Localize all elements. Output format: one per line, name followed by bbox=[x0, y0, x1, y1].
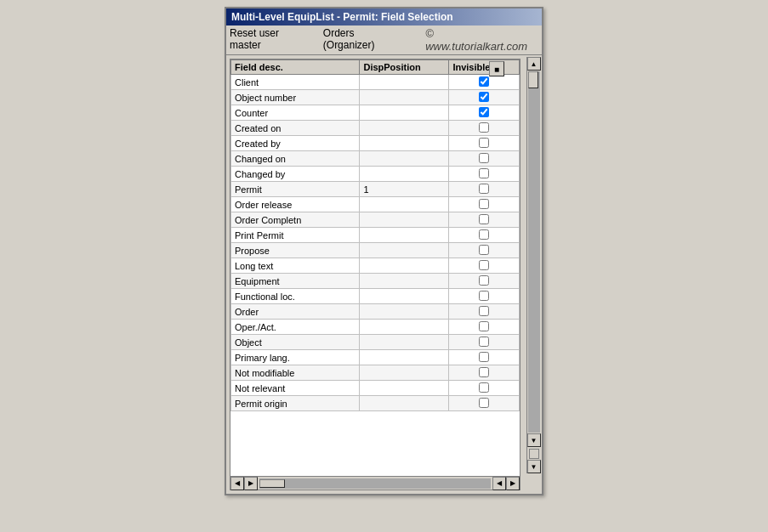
invisible-checkbox[interactable] bbox=[479, 76, 489, 87]
disp-position-cell bbox=[360, 365, 449, 381]
table-row: Object number bbox=[231, 90, 520, 105]
h-scroll-thumb[interactable] bbox=[259, 479, 285, 488]
disp-position-cell bbox=[360, 75, 449, 90]
disp-position-cell bbox=[360, 396, 449, 411]
invisible-checkbox[interactable] bbox=[479, 92, 489, 102]
invisible-cell bbox=[449, 396, 520, 411]
invisible-checkbox[interactable] bbox=[479, 321, 489, 331]
disp-position-cell bbox=[360, 151, 449, 167]
header-invisible: Invisible bbox=[449, 60, 520, 75]
invisible-cell bbox=[449, 289, 520, 304]
invisible-cell bbox=[449, 320, 520, 335]
invisible-cell bbox=[449, 228, 520, 243]
vertical-scrollbar: ▲ ▼ ▼ bbox=[526, 57, 540, 473]
invisible-checkbox[interactable] bbox=[479, 306, 489, 316]
table-row: Permit origin bbox=[231, 396, 520, 411]
invisible-cell bbox=[449, 212, 520, 228]
menu-reset-user-master[interactable]: Reset user master bbox=[230, 27, 313, 53]
table-row: Client bbox=[231, 75, 520, 90]
field-desc-cell: Oper./Act. bbox=[231, 320, 360, 335]
field-desc-cell: Print Permit bbox=[231, 228, 360, 243]
disp-position-cell bbox=[360, 243, 449, 258]
v-scroll-thumb[interactable] bbox=[528, 71, 538, 88]
invisible-cell bbox=[449, 105, 520, 121]
invisible-cell bbox=[449, 90, 520, 105]
disp-position-cell bbox=[360, 121, 449, 136]
invisible-checkbox[interactable] bbox=[479, 398, 489, 408]
table-row: Long text bbox=[231, 258, 520, 274]
invisible-checkbox[interactable] bbox=[479, 337, 489, 347]
invisible-checkbox[interactable] bbox=[479, 291, 489, 301]
disp-position-cell bbox=[360, 212, 449, 228]
table-row: Order bbox=[231, 304, 520, 320]
invisible-cell bbox=[449, 258, 520, 274]
invisible-checkbox[interactable] bbox=[479, 275, 489, 286]
table-row: Functional loc. bbox=[231, 289, 520, 304]
table-row: Object bbox=[231, 335, 520, 350]
invisible-cell bbox=[449, 75, 520, 90]
field-desc-cell: Changed by bbox=[231, 167, 360, 182]
invisible-cell bbox=[449, 136, 520, 151]
disp-position-cell bbox=[360, 90, 449, 105]
field-desc-cell: Order Completn bbox=[231, 212, 360, 228]
table-wrapper: ■ Field desc. DispPosition Invisible Cli… bbox=[230, 59, 521, 490]
invisible-checkbox[interactable] bbox=[479, 229, 489, 240]
invisible-checkbox[interactable] bbox=[479, 184, 489, 194]
field-desc-cell: Object number bbox=[231, 90, 360, 105]
field-desc-cell: Changed on bbox=[231, 151, 360, 167]
invisible-checkbox[interactable] bbox=[479, 122, 489, 133]
field-desc-cell: Primary lang. bbox=[231, 350, 360, 365]
disp-position-cell bbox=[360, 167, 449, 182]
h-scroll-left-btn[interactable]: ◀ bbox=[230, 477, 244, 490]
table-row: Permit1 bbox=[231, 182, 520, 197]
h-scroll-right-btn[interactable]: ▶ bbox=[244, 477, 258, 490]
field-desc-cell: Long text bbox=[231, 258, 360, 274]
invisible-checkbox[interactable] bbox=[479, 214, 489, 224]
invisible-checkbox[interactable] bbox=[479, 382, 489, 393]
table-row: Order Completn bbox=[231, 212, 520, 228]
field-desc-cell: Equipment bbox=[231, 274, 360, 289]
disp-position-cell: 1 bbox=[360, 182, 449, 197]
invisible-checkbox[interactable] bbox=[479, 260, 489, 270]
table-row: Not modifiable bbox=[231, 365, 520, 381]
header-field-desc: Field desc. bbox=[231, 60, 360, 75]
disp-position-cell bbox=[360, 258, 449, 274]
disp-position-cell bbox=[360, 228, 449, 243]
disp-position-cell bbox=[360, 335, 449, 350]
table-row: Order release bbox=[231, 197, 520, 212]
table-row: Counter bbox=[231, 105, 520, 121]
invisible-checkbox[interactable] bbox=[479, 245, 489, 255]
disp-position-cell bbox=[360, 304, 449, 320]
h-scroll-arrow-left[interactable]: ◀ bbox=[492, 477, 506, 490]
field-desc-cell: Created by bbox=[231, 136, 360, 151]
invisible-checkbox[interactable] bbox=[479, 107, 489, 117]
disp-position-cell bbox=[360, 105, 449, 121]
field-desc-cell: Functional loc. bbox=[231, 289, 360, 304]
v-scroll-down-btn-1[interactable]: ▼ bbox=[527, 433, 541, 447]
invisible-cell bbox=[449, 335, 520, 350]
field-desc-cell: Client bbox=[231, 75, 360, 90]
table-row: Created by bbox=[231, 136, 520, 151]
table-settings-icon[interactable]: ■ bbox=[489, 61, 504, 76]
v-scroll-up-btn[interactable]: ▲ bbox=[527, 57, 541, 71]
v-scroll-down-btn-2[interactable]: ▼ bbox=[527, 460, 541, 473]
menu-orders-organizer[interactable]: Orders (Organizer) bbox=[323, 27, 408, 53]
field-desc-cell: Propose bbox=[231, 243, 360, 258]
disp-position-cell bbox=[360, 274, 449, 289]
invisible-checkbox[interactable] bbox=[479, 153, 489, 163]
disp-position-cell bbox=[360, 289, 449, 304]
field-desc-cell: Order bbox=[231, 304, 360, 320]
h-scroll-track bbox=[259, 478, 491, 489]
disp-position-cell bbox=[360, 136, 449, 151]
invisible-checkbox[interactable] bbox=[479, 352, 489, 362]
invisible-checkbox[interactable] bbox=[479, 367, 489, 377]
header-disp-position: DispPosition bbox=[360, 60, 449, 75]
invisible-checkbox[interactable] bbox=[479, 138, 489, 148]
field-desc-cell: Order release bbox=[231, 197, 360, 212]
invisible-checkbox[interactable] bbox=[479, 168, 489, 178]
invisible-cell bbox=[449, 350, 520, 365]
invisible-checkbox[interactable] bbox=[479, 199, 489, 209]
disp-position-cell bbox=[360, 381, 449, 396]
invisible-cell bbox=[449, 121, 520, 136]
h-scroll-arrow-right[interactable]: ▶ bbox=[506, 477, 520, 490]
